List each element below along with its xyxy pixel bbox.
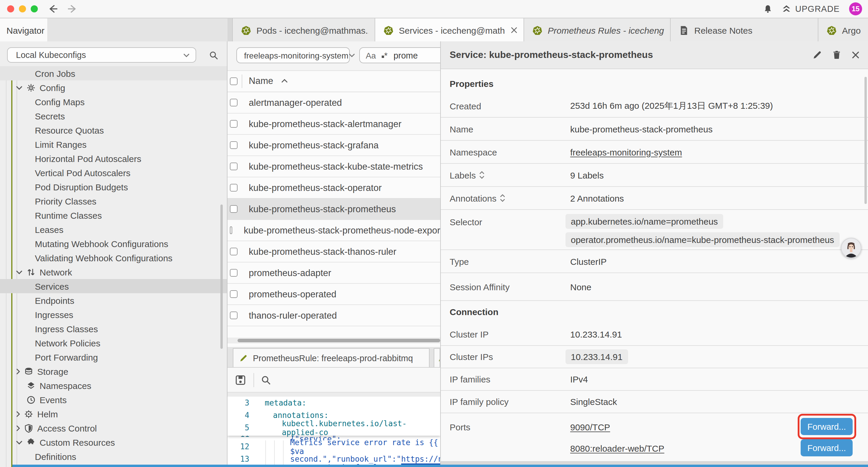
sidebar-item-pod-disruption-budgets[interactable]: Pod Disruption Budgets	[0, 180, 227, 194]
detail-scrollbar[interactable]	[864, 77, 867, 204]
detail-horizontal-scrollbar[interactable]	[441, 461, 868, 465]
runbook-url-link[interactable]: https://net	[401, 455, 440, 463]
horizontal-scrollbar[interactable]	[227, 338, 440, 344]
edit-pencil-icon[interactable]	[812, 50, 822, 60]
sidebar-item-horizontal-pod-autoscalers[interactable]: Horizontal Pod Autoscalers	[0, 151, 227, 166]
namespace-select[interactable]: freeleaps-monitoring-system	[236, 47, 350, 63]
forward-icon[interactable]	[66, 3, 78, 15]
delete-trash-icon[interactable]	[832, 50, 841, 60]
chevron-down-icon[interactable]	[16, 439, 23, 445]
chevron-right-icon[interactable]	[16, 368, 20, 375]
sidebar-item-services[interactable]: Services	[0, 279, 227, 293]
filter-search-input[interactable]: Aa * prome	[359, 47, 440, 63]
tab-prometheus-rules[interactable]: Prometheus Rules - icecheng...	[524, 18, 671, 42]
sidebar-item-validating-webhook-configurations[interactable]: Validating Webhook Configurations	[0, 251, 227, 265]
user-avatar[interactable]	[841, 238, 862, 258]
editor-tab-partial[interactable]	[434, 348, 440, 367]
tab-pods[interactable]: Pods - icecheng@mathmas...	[232, 18, 375, 42]
minimize-window-button[interactable]	[19, 5, 26, 12]
close-window-button[interactable]	[7, 5, 14, 12]
table-row[interactable]: kube-prometheus-stack-kube-state-metrics	[227, 156, 440, 177]
tab-argo[interactable]: Argo Se	[818, 18, 868, 42]
tab-services[interactable]: Services - icecheng@math...	[375, 18, 524, 42]
sidebar-item-network-policies[interactable]: Network Policies	[0, 336, 227, 350]
sidebar-group-storage[interactable]: Storage	[0, 364, 227, 378]
sidebar-item-runtime-classes[interactable]: Runtime Classes	[0, 208, 227, 222]
sidebar-item-events[interactable]: Events	[0, 392, 227, 407]
sidebar-item-cron-jobs[interactable]: Cron Jobs	[0, 66, 227, 80]
row-checkbox[interactable]	[230, 163, 238, 170]
table-row[interactable]: kube-prometheus-stack-grafana	[227, 135, 440, 156]
back-icon[interactable]	[47, 3, 59, 15]
match-case-toggle[interactable]: Aa	[366, 51, 376, 60]
notifications-bell-icon[interactable]	[764, 4, 772, 13]
row-checkbox[interactable]	[230, 184, 238, 192]
close-tab-icon[interactable]	[510, 27, 518, 34]
table-row[interactable]: kube-prometheus-stack-operator	[227, 177, 440, 199]
save-icon[interactable]	[235, 375, 246, 385]
table-row[interactable]: prometheus-operated	[227, 284, 440, 305]
expand-collapse-icon[interactable]	[479, 171, 485, 179]
column-header-name[interactable]: Name	[249, 76, 273, 86]
yaml-editor[interactable]: 3metadata: 4annotations: 5kubectl.kubern…	[227, 397, 440, 465]
sidebar-item-endpoints[interactable]: Endpoints	[0, 293, 227, 308]
sidebar-item-vertical-pod-autoscalers[interactable]: Vertical Pod Autoscalers	[0, 166, 227, 180]
table-row[interactable]: kube-prometheus-stack-alertmanager	[227, 114, 440, 135]
table-row[interactable]: kube-prometheus-stack-prometheus-node-ex…	[227, 220, 440, 241]
chevron-right-icon[interactable]	[16, 425, 20, 431]
navigator-panel-tab[interactable]: Navigator	[0, 18, 47, 42]
port-link-8080[interactable]: 8080:reloader-web/TCP	[570, 443, 664, 454]
sidebar-item-mutating-webhook-configurations[interactable]: Mutating Webhook Configurations	[0, 236, 227, 251]
sidebar-group-custom-resources[interactable]: Custom Resources	[0, 435, 227, 449]
chevron-down-icon[interactable]	[16, 84, 23, 91]
sidebar-item-secrets[interactable]: Secrets	[0, 109, 227, 123]
kubeconfig-select[interactable]: Local Kubeconfigs	[7, 47, 196, 63]
chevron-right-icon[interactable]	[16, 411, 20, 417]
row-checkbox[interactable]	[230, 99, 238, 107]
sidebar-group-helm[interactable]: Helm	[0, 407, 227, 421]
upgrade-button[interactable]: UPGRADE	[782, 4, 840, 13]
row-checkbox[interactable]	[230, 205, 238, 213]
sidebar-item-resource-quotas[interactable]: Resource Quotas	[0, 123, 227, 137]
sidebar-item-priority-classes[interactable]: Priority Classes	[0, 194, 227, 208]
sidebar-item-ingresses[interactable]: Ingresses	[0, 308, 227, 322]
table-row-selected[interactable]: kube-prometheus-stack-prometheus	[227, 199, 440, 220]
sidebar-group-access-control[interactable]: Access Control	[0, 421, 227, 435]
sidebar-item-port-forwarding[interactable]: Port Forwarding	[0, 350, 227, 364]
table-row[interactable]: alertmanager-operated	[227, 92, 440, 114]
maximize-window-button[interactable]	[31, 5, 38, 12]
forward-port-button[interactable]: Forward...	[801, 439, 852, 456]
row-checkbox[interactable]	[230, 120, 238, 128]
table-row[interactable]: prometheus-adapter	[227, 262, 440, 284]
sidebar-group-network[interactable]: Network	[0, 265, 227, 279]
port-link-9090[interactable]: 9090/TCP	[570, 422, 610, 432]
row-checkbox[interactable]	[230, 248, 238, 255]
sidebar-scrollbar[interactable]	[220, 205, 223, 349]
close-panel-icon[interactable]	[851, 51, 860, 59]
row-checkbox[interactable]	[230, 290, 238, 298]
table-row[interactable]: thanos-ruler-operated	[227, 305, 440, 326]
sidebar-item-config-maps[interactable]: Config Maps	[0, 95, 227, 109]
row-checkbox[interactable]	[230, 269, 238, 276]
sort-ascending-icon[interactable]	[281, 79, 288, 83]
sidebar-item-limit-ranges[interactable]: Limit Ranges	[0, 137, 227, 151]
chevron-down-icon[interactable]	[16, 269, 23, 275]
editor-search-icon[interactable]	[261, 375, 271, 384]
tab-release-notes[interactable]: Release Notes	[671, 18, 818, 42]
sidebar-item-leases[interactable]: Leases	[0, 222, 227, 236]
editor-tab-prometheusrule[interactable]: PrometheusRule: freeleaps-prod-rabbitmq	[233, 348, 430, 367]
sidebar-item-namespaces[interactable]: Namespaces	[0, 378, 227, 392]
row-checkbox[interactable]	[230, 312, 238, 319]
sidebar-group-config[interactable]: Config	[0, 80, 227, 95]
regex-toggle[interactable]: *	[382, 50, 388, 60]
row-checkbox[interactable]	[230, 141, 238, 149]
table-row[interactable]: kube-prometheus-stack-thanos-ruler	[227, 241, 440, 262]
notification-count-badge[interactable]: 15	[849, 2, 862, 16]
sidebar-search-icon[interactable]	[209, 51, 218, 60]
expand-collapse-icon[interactable]	[500, 194, 505, 202]
namespace-link[interactable]: freeleaps-monitoring-system	[570, 147, 682, 157]
sidebar-item-ingress-classes[interactable]: Ingress Classes	[0, 322, 227, 336]
select-all-checkbox[interactable]	[230, 78, 238, 85]
row-checkbox[interactable]	[230, 226, 232, 234]
sidebar-item-definitions[interactable]: Definitions	[0, 449, 227, 463]
